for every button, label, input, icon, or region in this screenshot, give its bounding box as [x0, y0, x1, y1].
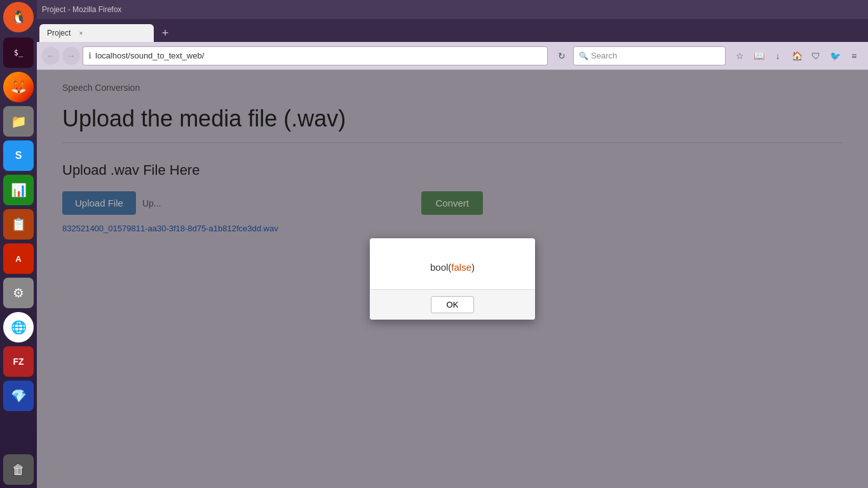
new-tab-button[interactable]: +	[156, 24, 174, 42]
modal-message: bool(false)	[430, 262, 475, 273]
ubuntu-icon[interactable]: 🐧	[3, 2, 34, 32]
reload-button[interactable]: ↻	[553, 47, 571, 65]
blue-app-icon[interactable]: 💎	[3, 381, 34, 411]
firefox-icon[interactable]: 🦊	[3, 72, 34, 102]
chrome-icon[interactable]: 🌐	[3, 312, 34, 342]
forward-button[interactable]: →	[62, 47, 80, 65]
modal-message-prefix: bool(	[430, 262, 451, 273]
supernova-icon[interactable]: S	[3, 140, 34, 171]
window-title: Project - Mozilla Firefox	[42, 5, 121, 14]
menu-button[interactable]: ≡	[845, 47, 863, 65]
address-bar[interactable]: ℹ localhost/sound_to_text_web/	[83, 46, 548, 65]
settings-icon[interactable]: ⚙	[3, 278, 34, 308]
modal-message-value: false	[451, 262, 471, 273]
home-button[interactable]: 🏠	[788, 47, 806, 65]
extension-button[interactable]: 🐦	[826, 47, 844, 65]
browser-window: Project - Mozilla Firefox Project × + ← …	[37, 0, 868, 488]
bookmark-button[interactable]: ☆	[731, 47, 749, 65]
page-content: Speech Conversion Upload the media file …	[37, 70, 868, 488]
alert-modal: bool(false) OK	[370, 238, 535, 320]
shield-button[interactable]: 🛡	[807, 47, 825, 65]
search-placeholder: Search	[591, 51, 617, 60]
pocket-button[interactable]: 📖	[750, 47, 768, 65]
modal-overlay: bool(false) OK	[37, 70, 868, 488]
sidebar: 🐧 $_ 🦊 📁 S 📊 📋 A ⚙ 🌐 FZ 💎 🗑	[0, 0, 37, 488]
filezilla-icon[interactable]: FZ	[3, 346, 34, 377]
url-text: localhost/sound_to_text_web/	[95, 51, 542, 60]
navbar: ← → ℹ localhost/sound_to_text_web/ ↻ 🔍 S…	[37, 42, 868, 70]
modal-ok-button[interactable]: OK	[431, 296, 475, 313]
info-icon: ℹ	[88, 51, 92, 60]
calc-icon[interactable]: 📊	[3, 175, 34, 205]
app-icon[interactable]: A	[3, 243, 34, 274]
modal-body: bool(false)	[370, 238, 535, 289]
tab-close-button[interactable]: ×	[76, 28, 86, 38]
impress-icon[interactable]: 📋	[3, 209, 34, 240]
trash-icon[interactable]: 🗑	[3, 454, 34, 485]
tabbar: Project × +	[37, 19, 868, 42]
modal-message-suffix: )	[471, 262, 475, 273]
download-button[interactable]: ↓	[769, 47, 787, 65]
titlebar: Project - Mozilla Firefox	[37, 0, 868, 19]
back-button[interactable]: ←	[42, 47, 60, 65]
files-icon[interactable]: 📁	[3, 106, 34, 137]
modal-footer: OK	[370, 289, 535, 320]
tab-label: Project	[47, 29, 71, 37]
search-icon: 🔍	[579, 51, 588, 60]
terminal-icon[interactable]: $_	[3, 37, 34, 68]
browser-tab[interactable]: Project ×	[39, 24, 154, 42]
search-box[interactable]: 🔍 Search	[573, 46, 726, 65]
nav-actions: ☆ 📖 ↓ 🏠 🛡 🐦 ≡	[731, 47, 863, 65]
